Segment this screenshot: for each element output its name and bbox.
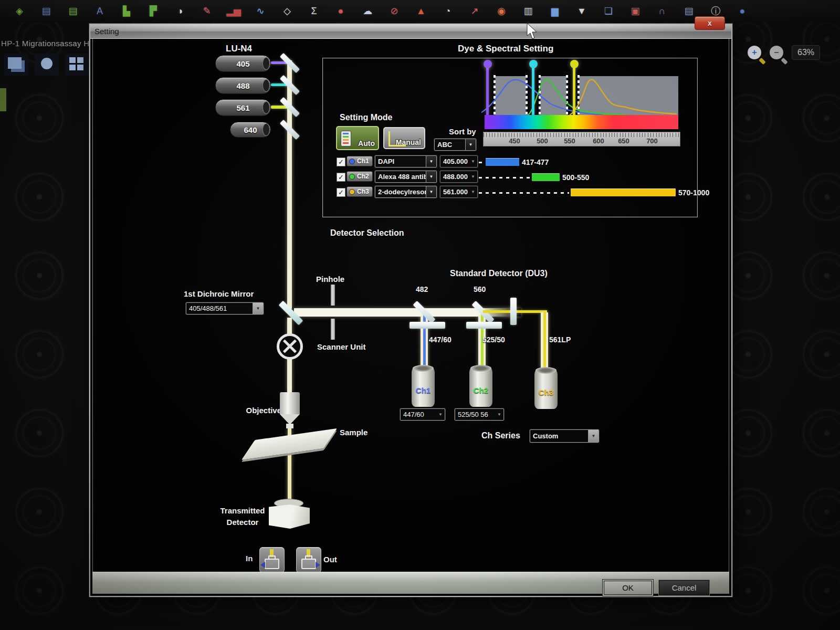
channel2-button[interactable]: Ch2 [346, 171, 373, 182]
columns-icon[interactable]: ▥ [522, 4, 534, 18]
channel1-band-bar[interactable] [486, 158, 519, 166]
arrow-right-icon [316, 562, 320, 568]
donut-3d-icon[interactable]: ◉ [496, 4, 507, 18]
count-tool-icon[interactable]: ▛ [148, 4, 159, 18]
chevron-down-icon[interactable]: ▼ [426, 186, 436, 197]
laser-marker-488[interactable] [529, 60, 538, 68]
ruler-tick: 700 [644, 137, 660, 145]
chevron-down-icon[interactable]: ▼ [253, 303, 263, 314]
document-tab-title[interactable]: HP-1 Migrationsassay H [1, 39, 89, 48]
transmitted-in-button[interactable] [259, 547, 285, 573]
channel2-checkbox[interactable]: ✓ [337, 173, 345, 182]
trend-icon[interactable]: ↗ [469, 4, 480, 18]
band-connector [479, 177, 530, 178]
circle-tool-icon[interactable] [35, 54, 59, 76]
scanner-unit-icon [277, 333, 303, 360]
window-thumbnail-icon[interactable] [4, 54, 28, 76]
rgb-channels-icon[interactable]: ● [335, 4, 346, 18]
toolbar-icon-glyph: ▛ [150, 5, 157, 17]
toolbar-icon-glyph: ▲ [416, 5, 426, 17]
manual-mode-button[interactable]: Manual [383, 127, 425, 149]
channel2-wavelength-field[interactable]: 488.000▼ [440, 171, 478, 183]
cancel-button[interactable]: Cancel [659, 580, 709, 595]
ch-series-dropdown[interactable]: Custom ▼ [530, 429, 599, 443]
roi-diamonds-icon[interactable]: ◈ [14, 4, 25, 18]
laser-marker-561[interactable] [570, 60, 579, 68]
ch1-filter-dropdown[interactable]: 447/60 ▼ [400, 408, 445, 421]
auto-mode-button[interactable]: Auto [336, 126, 379, 150]
laser-line-561[interactable] [573, 67, 575, 115]
arrow-left-icon [260, 562, 265, 568]
chevron-down-icon[interactable]: ▼ [465, 139, 476, 150]
dialog-titlebar[interactable]: Setting x [90, 25, 731, 39]
channel2-dye-dropdown[interactable]: Alexa 488 antib▼ [375, 171, 437, 183]
chevron-down-icon[interactable]: ▼ [426, 156, 436, 167]
cloud-tool-icon[interactable]: ☁ [362, 4, 373, 18]
dichroic-mirror-dropdown[interactable]: 405/488/561 ▼ [186, 302, 264, 314]
ch3-detector[interactable]: Ch3 [534, 369, 558, 409]
channel3-band-bar[interactable] [571, 188, 676, 196]
chevron-down-icon[interactable]: ▼ [469, 186, 477, 197]
close-button[interactable]: x [695, 16, 725, 30]
dye-panel-title: Dye & Spectral Setting [458, 44, 553, 54]
laser-640[interactable]: 640 [230, 122, 271, 138]
frame-red-icon[interactable]: ▣ [629, 4, 641, 18]
channel1-wavelength-field[interactable]: 405.000▼ [440, 155, 478, 167]
chevron-down-icon[interactable]: ▼ [588, 430, 598, 442]
measure-tool-icon[interactable]: ▙ [121, 4, 132, 18]
laser-line-405[interactable] [486, 67, 489, 115]
chevron-down-icon[interactable]: ▼ [436, 409, 445, 420]
layers-green-icon[interactable]: ▤ [67, 4, 79, 18]
chevron-down-icon[interactable]: ▼ [426, 171, 436, 182]
channel3-checkbox[interactable]: ✓ [337, 188, 345, 197]
laser-561[interactable]: 561 [215, 99, 271, 116]
text-annotation-icon[interactable]: A [94, 4, 106, 18]
zoom-in-icon[interactable]: + [748, 46, 761, 59]
ok-button[interactable]: OK [604, 581, 652, 595]
chevron-down-icon[interactable]: ▼ [495, 409, 503, 420]
laser-488[interactable]: 488 [215, 77, 271, 94]
ch2-detector[interactable]: Ch2 [469, 367, 492, 407]
layers-blue-icon[interactable]: ▤ [40, 4, 52, 18]
transmitted-out-button[interactable] [296, 547, 321, 573]
clock-icon[interactable]: ◔ [442, 4, 454, 18]
sort-by-dropdown[interactable]: ABC ▼ [434, 139, 476, 151]
peaks-icon[interactable]: ▲ [415, 4, 427, 18]
channel2-band-bar[interactable] [532, 173, 560, 181]
sum-sigma-icon[interactable]: Σ [308, 4, 320, 18]
channel3-wavelength-field[interactable]: 561.000▼ [440, 186, 478, 198]
channel1-dye-dropdown[interactable]: DAPI▼ [375, 155, 437, 167]
funnel-icon[interactable]: ▼ [576, 4, 587, 18]
dialog-title: Setting [94, 27, 119, 36]
histogram-green-icon[interactable]: ▆ [549, 4, 561, 18]
rings-icon[interactable]: ∩ [656, 4, 668, 18]
laser-405[interactable]: 405 [215, 55, 271, 72]
ch2-filter-dropdown[interactable]: 525/50 56 ▼ [455, 408, 504, 421]
spectrum-wave-icon[interactable]: ∿ [255, 4, 266, 18]
laser-marker-405[interactable] [484, 60, 492, 68]
channel3-button[interactable]: Ch3 [346, 186, 373, 197]
contrast-icon[interactable]: ◑ [174, 4, 186, 18]
laser-line-488[interactable] [532, 67, 534, 115]
ch1-detector[interactable]: Ch1 [412, 367, 435, 407]
chevron-down-icon[interactable]: ▼ [469, 156, 477, 167]
in-label: In [246, 554, 253, 563]
docs-stack-icon[interactable]: ▤ [683, 4, 695, 18]
chevron-down-icon[interactable]: ▼ [469, 171, 477, 182]
grid-view-icon[interactable] [65, 54, 89, 76]
toolbar-icon-glyph: ◇ [284, 5, 291, 17]
annotate-pen-icon[interactable]: ✎ [201, 4, 213, 18]
ch3-beam-core [543, 312, 546, 369]
channel1-button[interactable]: Ch1 [346, 156, 373, 166]
windows-icon[interactable]: ❏ [603, 4, 614, 18]
du3-mirror1-label: 482 [416, 285, 428, 293]
zoom-percentage[interactable]: 63% [792, 45, 820, 60]
setting-dialog: Setting x LU-N4 405 488 561 640 Dye & Sp… [89, 24, 732, 597]
sphere-icon[interactable]: ● [737, 4, 748, 18]
histogram-red-icon[interactable]: ▂▅ [228, 4, 239, 18]
disable-icon[interactable]: ⊘ [388, 4, 400, 18]
channel3-dye-dropdown[interactable]: 2-dodecylresor▼ [375, 186, 437, 198]
shape-diamond-icon[interactable]: ◇ [281, 4, 293, 18]
channel1-checkbox[interactable]: ✓ [337, 158, 345, 166]
zoom-out-icon[interactable]: – [770, 46, 783, 59]
